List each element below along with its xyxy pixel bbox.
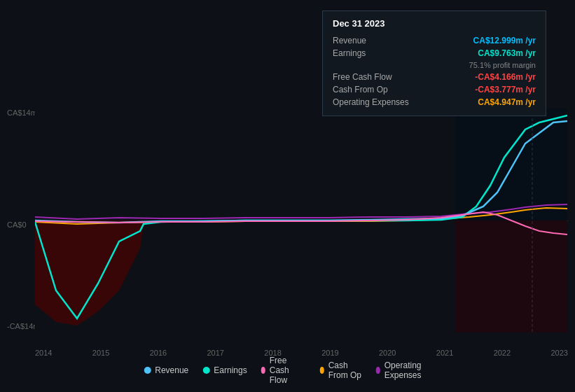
tooltip-label-fcf: Free Cash Flow: [333, 72, 417, 82]
x-label-2015: 2015: [92, 349, 109, 357]
legend-item-fcf[interactable]: Free Cash Flow: [261, 356, 306, 385]
tooltip-label-earnings: Earnings: [333, 48, 417, 58]
tooltip-row-cashop: Cash From Op -CA$3.777m /yr: [333, 83, 536, 96]
tooltip-value-revenue: CA$12.999m /yr: [473, 36, 536, 46]
legend-dot-cashop: [320, 367, 324, 374]
y-label-top: CA$14m: [7, 108, 37, 117]
legend-item-opex[interactable]: Operating Expenses: [376, 360, 431, 380]
chart-svg: [35, 108, 567, 332]
tooltip-row-fcf: Free Cash Flow -CA$4.166m /yr: [333, 71, 536, 83]
x-label-2022: 2022: [494, 349, 511, 357]
x-label-2023: 2023: [550, 349, 567, 357]
svg-rect-2: [455, 220, 567, 332]
legend-item-revenue[interactable]: Revenue: [144, 365, 188, 375]
legend-dot-earnings: [202, 367, 209, 374]
tooltip-value-earnings: CA$9.763m /yr: [478, 48, 536, 58]
legend-label-earnings: Earnings: [214, 365, 247, 375]
tooltip-label-opex: Operating Expenses: [333, 97, 417, 107]
legend-dot-fcf: [261, 367, 265, 374]
tooltip-profit-margin: 75.1% profit margin: [469, 61, 536, 69]
legend-item-cashop[interactable]: Cash From Op: [320, 360, 362, 380]
tooltip-card: Dec 31 2023 Revenue CA$12.999m /yr Earni…: [322, 10, 546, 116]
tooltip-value-cashop: -CA$3.777m /yr: [475, 85, 536, 94]
legend-label-revenue: Revenue: [155, 365, 188, 375]
tooltip-row-earnings: Earnings CA$9.763m /yr: [333, 47, 536, 59]
legend: Revenue Earnings Free Cash Flow Cash Fro…: [144, 356, 431, 385]
legend-item-earnings[interactable]: Earnings: [202, 365, 247, 375]
legend-dot-revenue: [144, 367, 151, 374]
chart-container: Dec 31 2023 Revenue CA$12.999m /yr Earni…: [0, 0, 575, 392]
tooltip-date: Dec 31 2023: [333, 18, 536, 29]
legend-dot-opex: [376, 367, 380, 374]
legend-label-cashop: Cash From Op: [328, 360, 362, 380]
tooltip-value-fcf: -CA$4.166m /yr: [475, 72, 536, 82]
tooltip-row-revenue: Revenue CA$12.999m /yr: [333, 34, 536, 47]
tooltip-row-opex: Operating Expenses CA$4.947m /yr: [333, 96, 536, 108]
tooltip-value-opex: CA$4.947m /yr: [478, 97, 536, 107]
tooltip-label-revenue: Revenue: [333, 36, 417, 46]
legend-label-fcf: Free Cash Flow: [270, 356, 306, 385]
x-label-2014: 2014: [35, 349, 52, 357]
tooltip-row-margin: 75.1% profit margin: [333, 59, 536, 71]
y-label-zero: CA$0: [7, 220, 27, 229]
x-label-2021: 2021: [436, 349, 453, 357]
tooltip-label-cashop: Cash From Op: [333, 85, 417, 94]
legend-label-opex: Operating Expenses: [385, 360, 431, 380]
